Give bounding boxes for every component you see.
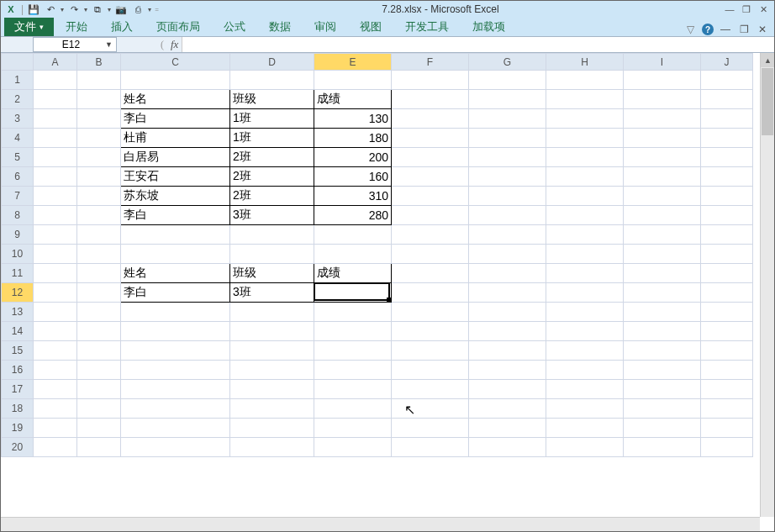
cell-D14[interactable]: [230, 322, 314, 341]
cell-I2[interactable]: [624, 90, 701, 109]
cell-G4[interactable]: [469, 129, 546, 148]
column-header-F[interactable]: F: [392, 54, 469, 71]
cell-I10[interactable]: [624, 245, 701, 264]
cell-D5[interactable]: 2班: [230, 148, 314, 167]
cell-B11[interactable]: [77, 264, 121, 283]
cell-E6[interactable]: 160: [314, 167, 392, 187]
cell-J15[interactable]: [701, 341, 753, 361]
doc-close-icon[interactable]: ✕: [756, 23, 769, 36]
cell-D8[interactable]: 3班: [230, 206, 314, 225]
row-header-3[interactable]: 3: [2, 109, 34, 129]
ribbon-tab-5[interactable]: 审阅: [303, 18, 348, 36]
cell-F20[interactable]: [392, 438, 469, 457]
cell-E14[interactable]: [314, 322, 392, 341]
cell-J8[interactable]: [701, 206, 753, 225]
cell-F17[interactable]: [392, 380, 469, 399]
cell-H9[interactable]: [546, 225, 624, 245]
cell-G15[interactable]: [469, 341, 546, 361]
cell-J10[interactable]: [701, 245, 753, 264]
cell-J17[interactable]: [701, 380, 753, 399]
cell-A13[interactable]: [34, 303, 77, 322]
cell-G10[interactable]: [469, 245, 546, 264]
cell-I8[interactable]: [624, 206, 701, 225]
cell-E8[interactable]: 280: [314, 206, 392, 225]
cell-J14[interactable]: [701, 322, 753, 341]
cell-F3[interactable]: [392, 109, 469, 129]
worksheet-grid[interactable]: ABCDEFGHIJ12姓名班级成绩3李白1班1304杜甫1班1805白居易2班…: [1, 53, 774, 532]
cell-A7[interactable]: [34, 187, 77, 206]
cell-H19[interactable]: [546, 419, 624, 438]
ribbon-tab-1[interactable]: 插入: [99, 18, 145, 36]
cell-J19[interactable]: [701, 419, 753, 438]
cell-E11[interactable]: 成绩: [314, 264, 392, 283]
cell-I20[interactable]: [624, 438, 701, 457]
cell-C20[interactable]: [121, 438, 230, 457]
cell-D11[interactable]: 班级: [230, 264, 314, 283]
cell-J3[interactable]: [701, 109, 753, 129]
restore-button[interactable]: ❐: [739, 3, 754, 15]
collapse-ribbon-icon[interactable]: ▽: [683, 23, 697, 36]
cell-F13[interactable]: [392, 303, 469, 322]
cell-C8[interactable]: 李白: [121, 206, 230, 225]
cell-E2[interactable]: 成绩: [314, 90, 392, 109]
cell-F1[interactable]: [392, 71, 469, 90]
row-header-12[interactable]: 12: [2, 283, 34, 303]
cell-B8[interactable]: [77, 206, 121, 225]
cell-H17[interactable]: [546, 380, 624, 399]
cell-I7[interactable]: [624, 187, 701, 206]
cell-J12[interactable]: [701, 283, 753, 303]
row-header-2[interactable]: 2: [2, 90, 34, 109]
cell-D10[interactable]: [230, 245, 314, 264]
row-header-15[interactable]: 15: [2, 341, 34, 361]
row-header-20[interactable]: 20: [2, 438, 34, 457]
cell-A10[interactable]: [34, 245, 77, 264]
qat-icon-2[interactable]: 📷: [114, 3, 128, 16]
cell-A17[interactable]: [34, 380, 77, 399]
help-icon[interactable]: ?: [702, 24, 714, 35]
cell-C11[interactable]: 姓名: [121, 264, 230, 283]
cell-I14[interactable]: [624, 322, 701, 341]
cell-B4[interactable]: [77, 129, 121, 148]
column-header-G[interactable]: G: [469, 54, 546, 71]
cell-D2[interactable]: 班级: [230, 90, 314, 109]
name-box-dropdown-icon[interactable]: ▼: [105, 40, 113, 49]
cell-D13[interactable]: [230, 303, 314, 322]
row-header-4[interactable]: 4: [2, 129, 34, 148]
cell-C10[interactable]: [121, 245, 230, 264]
ribbon-tab-3[interactable]: 公式: [212, 18, 257, 36]
cell-D17[interactable]: [230, 380, 314, 399]
cell-F12[interactable]: [392, 283, 469, 303]
column-header-J[interactable]: J: [701, 54, 753, 71]
cell-E20[interactable]: [314, 438, 392, 457]
cell-C3[interactable]: 李白: [121, 109, 230, 129]
cell-C18[interactable]: [121, 399, 230, 419]
ribbon-tab-4[interactable]: 数据: [257, 18, 303, 36]
cell-H14[interactable]: [546, 322, 624, 341]
cell-E19[interactable]: [314, 419, 392, 438]
cell-H15[interactable]: [546, 341, 624, 361]
cell-G9[interactable]: [469, 225, 546, 245]
cell-J16[interactable]: [701, 361, 753, 380]
cell-I9[interactable]: [624, 225, 701, 245]
cell-F16[interactable]: [392, 361, 469, 380]
cell-D4[interactable]: 1班: [230, 129, 314, 148]
cell-B13[interactable]: [77, 303, 121, 322]
cell-G11[interactable]: [469, 264, 546, 283]
cell-B20[interactable]: [77, 438, 121, 457]
cell-A16[interactable]: [34, 361, 77, 380]
cell-H1[interactable]: [546, 71, 624, 90]
cell-J7[interactable]: [701, 187, 753, 206]
cell-A8[interactable]: [34, 206, 77, 225]
cell-C1[interactable]: [121, 71, 230, 90]
cell-D9[interactable]: [230, 225, 314, 245]
cell-C7[interactable]: 苏东坡: [121, 187, 230, 206]
cell-H20[interactable]: [546, 438, 624, 457]
cell-A1[interactable]: [34, 71, 77, 90]
cell-A14[interactable]: [34, 322, 77, 341]
cell-F9[interactable]: [392, 225, 469, 245]
cell-B3[interactable]: [77, 109, 121, 129]
cell-B10[interactable]: [77, 245, 121, 264]
cell-J4[interactable]: [701, 129, 753, 148]
column-header-A[interactable]: A: [34, 54, 77, 71]
cell-G8[interactable]: [469, 206, 546, 225]
